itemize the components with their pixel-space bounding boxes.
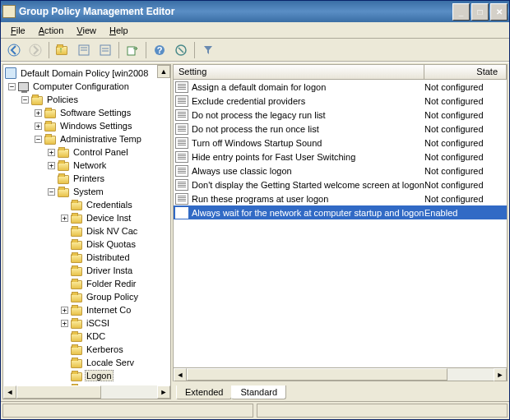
tree-system[interactable]: −System xyxy=(3,185,170,198)
list-row[interactable]: Always wait for the network at computer … xyxy=(174,205,507,219)
tabs: Extended Standard xyxy=(173,383,508,399)
column-setting[interactable]: Setting xyxy=(174,65,424,79)
tree-pane[interactable]: ▲ Default Domain Policy [win2008 −Comput… xyxy=(2,64,171,399)
tree-scrollbar-h[interactable]: ◄ ► xyxy=(3,385,170,399)
tree-folder-redir[interactable]: Folder Redir xyxy=(3,277,170,290)
folder-icon xyxy=(58,149,69,158)
tree-windows-settings[interactable]: +Windows Settings xyxy=(3,119,170,132)
folder-icon xyxy=(71,215,82,224)
menubar: File Action View Help xyxy=(1,22,509,39)
help-button[interactable]: ? xyxy=(150,40,169,60)
tree-logon[interactable]: Logon xyxy=(3,369,170,382)
tree-policies[interactable]: −Policies xyxy=(3,93,170,106)
close-button[interactable]: ✕ xyxy=(490,3,508,21)
setting-name: Hide entry points for Fast User Switchin… xyxy=(192,152,355,162)
list-row[interactable]: Hide entry points for Fast User Switchin… xyxy=(174,150,507,164)
properties-button[interactable] xyxy=(74,40,94,60)
folder-icon xyxy=(71,307,82,316)
setting-icon xyxy=(175,193,188,205)
tree-software-settings[interactable]: +Software Settings xyxy=(3,106,170,119)
setting-icon xyxy=(175,137,188,149)
stop-button[interactable] xyxy=(171,40,191,60)
main-window: Group Policy Management Editor _ □ ✕ Fil… xyxy=(0,0,510,420)
svg-rect-5 xyxy=(100,45,110,55)
nav-forward-button[interactable] xyxy=(26,40,45,60)
tree-driver-inst[interactable]: Driver Insta xyxy=(3,264,170,277)
tree-disk-quotas[interactable]: Disk Quotas xyxy=(3,238,170,251)
list-row[interactable]: Do not process the run once listNot conf… xyxy=(174,122,507,136)
tree-locale-serv[interactable]: Locale Serv xyxy=(3,356,170,369)
menu-action[interactable]: Action xyxy=(32,24,71,37)
setting-name: Run these programs at user logon xyxy=(192,194,328,204)
folder-icon xyxy=(71,254,82,263)
nav-back-button[interactable] xyxy=(4,40,24,60)
folder-icon xyxy=(71,293,82,302)
folder-icon xyxy=(71,333,82,342)
tab-extended[interactable]: Extended xyxy=(176,385,232,399)
filter-button[interactable] xyxy=(198,40,218,60)
tree-disk-nv[interactable]: Disk NV Cac xyxy=(3,224,170,238)
tree-control-panel[interactable]: +Control Panel xyxy=(3,145,170,159)
tree-group-policy[interactable]: Group Policy xyxy=(3,290,170,303)
titlebar[interactable]: Group Policy Management Editor _ □ ✕ xyxy=(1,1,509,22)
minimize-button[interactable]: _ xyxy=(452,3,470,21)
menu-view[interactable]: View xyxy=(70,24,103,37)
setting-icon xyxy=(175,123,188,135)
setting-name: Turn off Windows Startup Sound xyxy=(192,138,322,148)
setting-state: Not configured xyxy=(424,82,507,92)
tree-root[interactable]: Default Domain Policy [win2008 xyxy=(3,67,170,80)
tree-credentials[interactable]: Credentials xyxy=(3,198,170,211)
list-row[interactable]: Do not process the legacy run listNot co… xyxy=(174,108,507,122)
menu-help[interactable]: Help xyxy=(103,24,135,37)
tree-printers[interactable]: Printers xyxy=(3,172,170,185)
maximize-button[interactable]: □ xyxy=(471,3,489,21)
setting-name: Always use classic logon xyxy=(192,166,292,176)
setting-state: Enabled xyxy=(424,208,507,218)
list-button[interactable] xyxy=(95,40,115,60)
folder-icon xyxy=(71,320,82,329)
setting-state: Not configured xyxy=(424,166,507,176)
list-row[interactable]: Turn off Windows Startup SoundNot config… xyxy=(174,136,507,150)
folder-icon xyxy=(58,188,69,197)
tree-distributed[interactable]: Distributed xyxy=(3,251,170,264)
content-area: ▲ Default Domain Policy [win2008 −Comput… xyxy=(1,62,509,401)
setting-icon xyxy=(175,151,188,163)
folder-icon xyxy=(44,136,56,145)
up-button[interactable]: ↑ xyxy=(53,40,72,60)
window-title: Group Policy Management Editor xyxy=(19,6,452,17)
setting-name: Do not process the run once list xyxy=(192,124,319,134)
folder-icon xyxy=(71,346,82,355)
svg-text:?: ? xyxy=(157,45,163,55)
setting-name: Always wait for the network at computer … xyxy=(192,208,424,218)
tree-kdc[interactable]: KDC xyxy=(3,330,170,343)
gpo-icon xyxy=(5,67,16,79)
details-pane: Setting State Assign a default domain fo… xyxy=(173,64,508,399)
list-row[interactable]: Don't display the Getting Started welcom… xyxy=(174,178,507,192)
folder-icon xyxy=(44,109,56,118)
tree-computer-config[interactable]: −Computer Configuration xyxy=(3,80,170,93)
tree-kerberos[interactable]: Kerberos xyxy=(3,343,170,356)
setting-name: Don't display the Getting Started welcom… xyxy=(192,180,424,190)
list-row[interactable]: Exclude credential providersNot configur… xyxy=(174,94,507,108)
folder-icon xyxy=(71,201,82,210)
tree-device-inst[interactable]: +Device Inst xyxy=(3,211,170,224)
folder-icon xyxy=(71,267,82,276)
tab-standard[interactable]: Standard xyxy=(231,385,286,399)
column-state[interactable]: State xyxy=(424,65,507,79)
setting-name: Exclude credential providers xyxy=(192,96,305,106)
list-row[interactable]: Assign a default domain for logonNot con… xyxy=(174,80,507,94)
tree-internet-co[interactable]: +Internet Co xyxy=(3,303,170,316)
setting-name: Do not process the legacy run list xyxy=(192,110,326,120)
menu-file[interactable]: File xyxy=(4,24,32,37)
list-row[interactable]: Always use classic logonNot configured xyxy=(174,164,507,178)
folder-icon xyxy=(58,175,69,184)
list-row[interactable]: Run these programs at user logonNot conf… xyxy=(174,192,507,205)
export-button[interactable] xyxy=(123,40,142,60)
setting-icon xyxy=(175,81,188,93)
setting-icon xyxy=(175,179,188,191)
list-scrollbar-h[interactable]: ◄ ► xyxy=(174,367,507,381)
tree-scroll-up[interactable]: ▲ xyxy=(157,65,170,78)
tree-iscsi[interactable]: +iSCSI xyxy=(3,316,170,330)
tree-network[interactable]: +Network xyxy=(3,159,170,172)
tree-admin-templates[interactable]: −Administrative Temp xyxy=(3,132,170,145)
